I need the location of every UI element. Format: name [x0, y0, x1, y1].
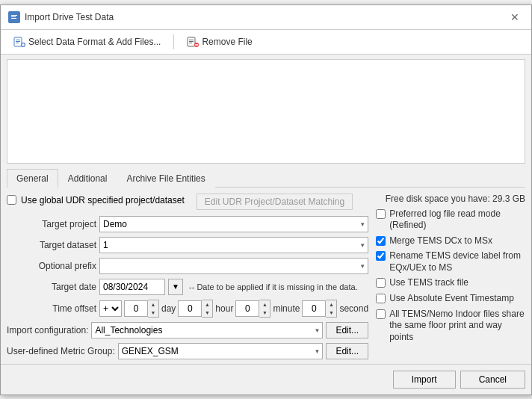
rename-tems-checkbox[interactable] [376, 251, 386, 261]
bottom-bar: Import Cancel [1, 364, 531, 395]
right-panel: Free disk space you have: 29.3 GB Prefer… [376, 194, 525, 359]
minute-up-arrow[interactable]: ▲ [259, 300, 270, 309]
remove-file-button[interactable]: Remove File [180, 33, 259, 51]
second-label: second [339, 303, 368, 314]
options-section: Preferred log file read mode (Refined) M… [376, 208, 525, 344]
edit-udr-button[interactable]: Edit UDR Project/Dataset Matching [197, 194, 353, 210]
svg-rect-13 [189, 41, 194, 42]
second-up-arrow[interactable]: ▲ [326, 300, 336, 309]
udr-row: Use global UDR specified project/dataset… [7, 194, 368, 210]
svg-rect-2 [11, 16, 16, 17]
metric-group-select[interactable]: GENEX_GSM [118, 343, 324, 359]
option-rename-tems: Rename TEMS device label from EQx/UEx to… [376, 250, 525, 273]
target-date-input[interactable] [99, 279, 165, 295]
target-date-label: Target date [7, 282, 96, 292]
svg-rect-3 [11, 18, 16, 19]
pref-log-checkbox[interactable] [376, 209, 386, 219]
optional-prefix-row: Optional prefix [7, 258, 368, 274]
hour-down-arrow[interactable]: ▼ [202, 309, 212, 317]
file-list-area[interactable] [7, 59, 525, 164]
use-global-udr-checkbox[interactable] [7, 195, 16, 205]
svg-rect-6 [16, 41, 20, 42]
title-bar: Import Drive Test Data ✕ [1, 5, 531, 30]
close-button[interactable]: ✕ [506, 10, 524, 25]
all-tems-nemo-checkbox[interactable] [376, 309, 386, 319]
abs-event-checkbox[interactable] [376, 294, 386, 303]
day-up-arrow[interactable]: ▲ [148, 300, 158, 309]
svg-rect-14 [189, 43, 192, 43]
title-bar-left: Import Drive Test Data [8, 11, 114, 23]
edit-metric-button[interactable]: Edit... [326, 343, 368, 359]
date-row: ▼ -- Date to be applied if it is missing… [99, 279, 358, 295]
import-config-select-wrapper: All_Technologies [91, 322, 323, 338]
date-picker-button[interactable]: ▼ [168, 279, 183, 295]
target-date-row: Target date ▼ -- Date to be applied if i… [7, 279, 368, 295]
select-files-label: Select Data Format & Add Files... [28, 37, 161, 47]
tabs-area: General Additional Archive File Entities [1, 168, 531, 188]
option-all-tems-nemo: All TEMS/Nemo Indoor files share the sam… [376, 309, 525, 344]
use-global-udr-row: Use global UDR specified project/dataset [7, 195, 185, 205]
target-project-row: Target project Demo [7, 216, 368, 232]
content-area: Use global UDR specified project/dataset… [1, 188, 531, 364]
edit-config-button[interactable]: Edit... [326, 322, 368, 338]
hour-spin-arrows: ▲ ▼ [202, 300, 213, 318]
metric-group-select-wrapper: GENEX_GSM [118, 343, 324, 359]
tab-additional[interactable]: Additional [58, 169, 117, 188]
abs-event-label: Use Absolute Event Timestamp [389, 293, 514, 305]
optional-prefix-select[interactable] [99, 258, 368, 274]
dialog-icon [8, 11, 20, 23]
svg-rect-1 [11, 15, 17, 16]
day-spin-arrows: ▲ ▼ [148, 300, 159, 318]
target-project-select[interactable]: Demo [99, 216, 368, 232]
target-project-label: Target project [7, 219, 96, 229]
minute-spin-arrows: ▲ ▼ [259, 300, 270, 318]
svg-rect-7 [16, 43, 19, 43]
free-disk-label: Free disk space you have: 29.3 GB [376, 194, 525, 204]
hour-up-arrow[interactable]: ▲ [202, 300, 212, 309]
dialog: Import Drive Test Data ✕ Select Data For… [0, 4, 532, 395]
day-spin-wrapper: ▲ ▼ [124, 300, 159, 318]
second-input[interactable] [302, 300, 326, 317]
time-offset-controls: + - ▲ ▼ day ▲ [99, 300, 368, 318]
metric-group-row: User-defined Metric Group: GENEX_GSM Edi… [7, 343, 368, 359]
toolbar-separator [173, 34, 174, 49]
add-files-icon [13, 36, 25, 48]
merge-tems-checkbox[interactable] [376, 236, 386, 246]
optional-prefix-label: Optional prefix [7, 261, 96, 271]
target-project-select-wrapper: Demo [99, 216, 368, 232]
time-offset-row: Time offset + - ▲ ▼ day [7, 300, 368, 318]
target-date-note: -- Date to be applied if it is missing i… [189, 282, 358, 291]
tems-track-checkbox[interactable] [376, 278, 386, 288]
target-dataset-row: Target dataset 1 [7, 237, 368, 253]
hour-label: hour [215, 303, 233, 314]
sign-select[interactable]: + - [99, 300, 122, 317]
tab-archive[interactable]: Archive File Entities [117, 169, 214, 188]
select-files-button[interactable]: Select Data Format & Add Files... [7, 33, 167, 51]
tab-bar: General Additional Archive File Entities [7, 168, 525, 188]
minute-spin-wrapper: ▲ ▼ [235, 300, 270, 318]
minute-down-arrow[interactable]: ▼ [259, 309, 270, 317]
tab-general[interactable]: General [7, 169, 58, 188]
cancel-button[interactable]: Cancel [460, 371, 525, 389]
target-dataset-select[interactable]: 1 [99, 237, 368, 253]
day-input[interactable] [124, 300, 148, 317]
second-spin-wrapper: ▲ ▼ [302, 300, 337, 318]
import-config-select[interactable]: All_Technologies [91, 322, 323, 338]
merge-tems-label: Merge TEMS DCx to MSx [389, 235, 492, 247]
rename-tems-label: Rename TEMS device label from EQx/UEx to… [389, 250, 525, 273]
target-dataset-label: Target dataset [7, 240, 96, 250]
minute-label: minute [273, 303, 300, 314]
use-global-udr-label: Use global UDR specified project/dataset [21, 195, 185, 205]
dialog-title: Import Drive Test Data [25, 12, 114, 22]
import-button[interactable]: Import [393, 371, 456, 389]
minute-input[interactable] [235, 300, 259, 317]
option-tems-track: Use TEMS track file [376, 277, 525, 289]
option-pref-log: Preferred log file read mode (Refined) [376, 208, 525, 232]
left-panel: Use global UDR specified project/dataset… [7, 194, 368, 359]
day-label: day [161, 303, 176, 314]
second-down-arrow[interactable]: ▼ [326, 309, 336, 317]
hour-input[interactable] [178, 300, 202, 317]
tems-track-label: Use TEMS track file [389, 277, 468, 289]
day-down-arrow[interactable]: ▼ [148, 309, 158, 317]
optional-prefix-select-wrapper [99, 258, 368, 274]
